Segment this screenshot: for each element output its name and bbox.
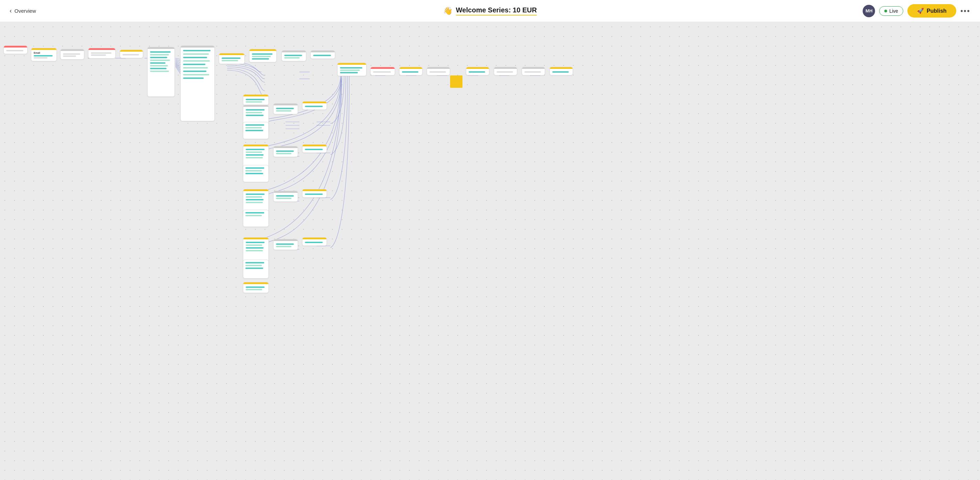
node-11[interactable] xyxy=(310,50,335,59)
node-9[interactable] xyxy=(249,49,277,62)
node-v1-right2[interactable] xyxy=(302,101,327,110)
node-r3[interactable] xyxy=(427,67,450,75)
header-center: 👋 Welcome Series: 10 EUR xyxy=(443,6,537,16)
header-right: MH Live 🚀 Publish ••• xyxy=(863,4,970,18)
node-v1-lines xyxy=(243,122,269,139)
live-dot-icon xyxy=(885,10,887,13)
node-4[interactable] xyxy=(88,48,116,59)
more-options-button[interactable]: ••• xyxy=(960,6,970,16)
node-hub[interactable] xyxy=(337,63,366,76)
back-label: Overview xyxy=(14,8,36,14)
node-10[interactable] xyxy=(282,50,306,61)
node-r6[interactable] xyxy=(522,67,545,75)
node-2[interactable]: Email xyxy=(31,48,57,61)
workflow-canvas[interactable]: Email xyxy=(0,22,980,480)
node-r5[interactable] xyxy=(494,67,517,75)
publish-label: Publish xyxy=(927,8,947,14)
sticky-note[interactable] xyxy=(450,75,463,88)
rocket-icon: 🚀 xyxy=(917,8,924,14)
node-v2-right2[interactable] xyxy=(302,144,327,153)
node-7-tall[interactable] xyxy=(180,45,215,121)
node-5[interactable] xyxy=(120,49,143,58)
node-v3-right2[interactable] xyxy=(302,189,327,198)
node-8[interactable] xyxy=(219,53,245,64)
publish-button[interactable]: 🚀 Publish xyxy=(907,4,956,18)
node-r1[interactable] xyxy=(370,67,395,75)
node-6[interactable] xyxy=(147,47,175,97)
wave-emoji-icon: 👋 xyxy=(443,6,452,16)
node-v4-right1[interactable] xyxy=(273,239,298,250)
live-label: Live xyxy=(889,8,898,14)
node-r7[interactable] xyxy=(549,67,573,75)
node-v3-lines xyxy=(243,210,269,227)
node-v1-branch[interactable] xyxy=(243,94,269,105)
avatar: MH xyxy=(863,5,875,17)
node-v3-right1[interactable] xyxy=(273,191,298,202)
node-v4-right2[interactable] xyxy=(302,237,327,246)
node-v2-lines xyxy=(243,165,269,182)
back-arrow-icon: ‹ xyxy=(10,7,12,14)
back-button[interactable]: ‹ Overview xyxy=(10,7,36,14)
node-1[interactable] xyxy=(3,45,27,54)
node-bottom1[interactable] xyxy=(243,282,269,293)
live-badge: Live xyxy=(879,6,903,16)
node-r2[interactable] xyxy=(399,67,423,75)
header: ‹ Overview 👋 Welcome Series: 10 EUR MH L… xyxy=(0,0,980,22)
node-r4[interactable] xyxy=(466,67,489,75)
page-title: Welcome Series: 10 EUR xyxy=(456,6,537,16)
node-3[interactable] xyxy=(60,49,84,59)
node-v2-right1[interactable] xyxy=(273,146,298,157)
node-v1-right1[interactable] xyxy=(273,103,298,114)
node-v4-lines xyxy=(243,260,269,279)
